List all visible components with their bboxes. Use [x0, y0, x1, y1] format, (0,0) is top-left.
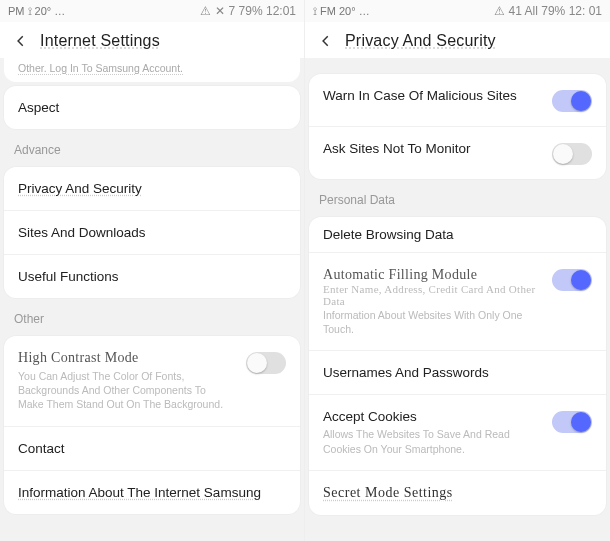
item-text: High Contrast Mode You Can Adjust The Co…: [18, 350, 236, 412]
item-usernames-passwords[interactable]: Usernames And Passwords: [309, 350, 606, 394]
item-label: Usernames And Passwords: [323, 365, 489, 380]
item-useful-functions[interactable]: Useful Functions: [4, 254, 300, 298]
item-label: Accept Cookies: [323, 409, 542, 424]
settings-pane-left: PM ⟟ 20° … ⚠ ✕ 7 79% 12:01 Internet Sett…: [0, 0, 305, 541]
group-advance: Privacy And Security Sites And Downloads…: [4, 167, 300, 298]
section-personal-data-label: Personal Data: [305, 183, 610, 213]
page-title: Internet Settings: [40, 32, 160, 50]
item-warn-malicious[interactable]: Warn In Case Of Malicious Sites: [309, 74, 606, 126]
item-label: Warn In Case Of Malicious Sites: [323, 88, 542, 103]
status-right: ⚠ ✕ 7 79% 12:01: [200, 4, 296, 18]
page-header: Privacy And Security: [305, 22, 610, 58]
item-privacy-security[interactable]: Privacy And Security: [4, 167, 300, 210]
toggle-knob: [247, 353, 267, 373]
toggle-knob: [571, 91, 591, 111]
item-label: High Contrast Mode: [18, 350, 236, 366]
section-advance-label: Advance: [0, 133, 304, 163]
group-aspect: Aspect: [4, 86, 300, 129]
back-button[interactable]: [12, 32, 30, 50]
item-sub: You Can Adjust The Color Of Fonts, Backg…: [18, 369, 228, 412]
status-left: ⟟ FM 20° …: [313, 5, 370, 18]
section-other-label: Other: [0, 302, 304, 332]
do-not-track-toggle[interactable]: [552, 143, 592, 165]
item-aspect[interactable]: Aspect: [4, 86, 300, 129]
item-text: Accept Cookies Allows The Websites To Sa…: [323, 409, 542, 455]
item-high-contrast[interactable]: High Contrast Mode You Can Adjust The Co…: [4, 336, 300, 426]
item-text: Automatic Filling Module Enter Name, Add…: [323, 267, 542, 336]
item-delete-browsing-data[interactable]: Delete Browsing Data: [309, 217, 606, 252]
group-personal-data: Delete Browsing Data Automatic Filling M…: [309, 217, 606, 515]
status-bar: PM ⟟ 20° … ⚠ ✕ 7 79% 12:01: [0, 0, 304, 22]
item-label: Information About The Internet Samsung: [18, 485, 261, 500]
item-label: Contact: [18, 441, 65, 456]
item-autofill[interactable]: Automatic Filling Module Enter Name, Add…: [309, 252, 606, 350]
login-hint[interactable]: Other. Log In To Samsung Account.: [4, 58, 300, 82]
item-label: Delete Browsing Data: [323, 227, 454, 242]
item-label: Aspect: [18, 100, 59, 115]
status-right: ⚠ 41 All 79% 12: 01: [494, 4, 602, 18]
cookies-toggle[interactable]: [552, 411, 592, 433]
item-label: Ask Sites Not To Monitor: [323, 141, 542, 156]
item-label: Automatic Filling Module: [323, 267, 542, 283]
toggle-knob: [571, 412, 591, 432]
item-accept-cookies[interactable]: Accept Cookies Allows The Websites To Sa…: [309, 394, 606, 469]
status-time: ⚠ 41 All 79% 12: 01: [494, 4, 602, 18]
settings-content: Other. Log In To Samsung Account. Aspect…: [0, 58, 304, 541]
page-title: Privacy And Security: [345, 32, 496, 50]
autofill-toggle[interactable]: [552, 269, 592, 291]
item-label: Sites And Downloads: [18, 225, 146, 240]
item-label: Secret Mode Settings: [323, 485, 453, 500]
item-about[interactable]: Information About The Internet Samsung: [4, 470, 300, 514]
group-tracking: Warn In Case Of Malicious Sites Ask Site…: [309, 74, 606, 179]
warn-malicious-toggle[interactable]: [552, 90, 592, 112]
item-label: Useful Functions: [18, 269, 119, 284]
status-left: PM ⟟ 20° …: [8, 5, 65, 18]
item-do-not-track[interactable]: Ask Sites Not To Monitor: [309, 126, 606, 179]
status-icons: ⚠ ✕: [200, 4, 224, 18]
back-button[interactable]: [317, 32, 335, 50]
privacy-content: Warn In Case Of Malicious Sites Ask Site…: [305, 58, 610, 541]
item-sub2: Information About Websites With Only One…: [323, 308, 533, 336]
group-other: High Contrast Mode You Can Adjust The Co…: [4, 336, 300, 514]
item-sub: Enter Name, Address, Credit Card And Oth…: [323, 283, 542, 307]
chevron-left-icon: [14, 34, 28, 48]
toggle-knob: [571, 270, 591, 290]
page-header: Internet Settings: [0, 22, 304, 58]
status-time: 7 79% 12:01: [229, 4, 296, 18]
item-sub: Allows The Websites To Save And Read Coo…: [323, 427, 533, 455]
item-sites-downloads[interactable]: Sites And Downloads: [4, 210, 300, 254]
item-secret-mode[interactable]: Secret Mode Settings: [309, 470, 606, 515]
item-label: Privacy And Security: [18, 181, 142, 196]
status-bar: ⟟ FM 20° … ⚠ 41 All 79% 12: 01: [305, 0, 610, 22]
chevron-left-icon: [319, 34, 333, 48]
settings-pane-right: ⟟ FM 20° … ⚠ 41 All 79% 12: 01 Privacy A…: [305, 0, 610, 541]
high-contrast-toggle[interactable]: [246, 352, 286, 374]
toggle-knob: [553, 144, 573, 164]
item-contact[interactable]: Contact: [4, 426, 300, 470]
